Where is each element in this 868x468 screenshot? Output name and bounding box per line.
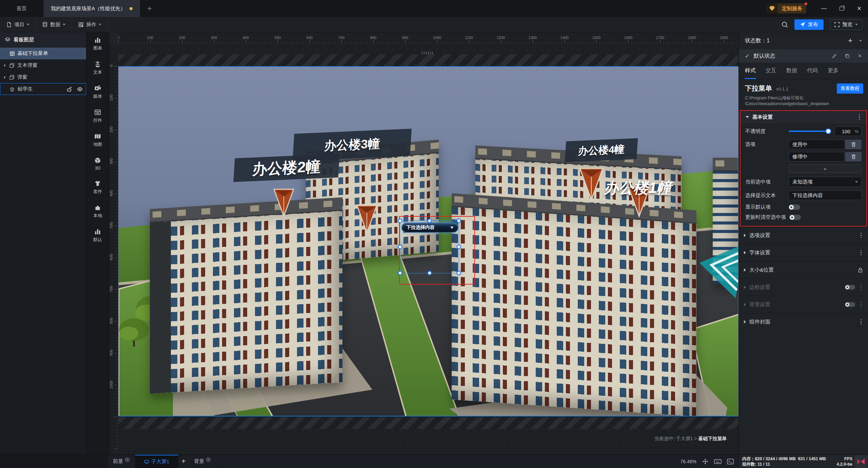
section-组件封面[interactable]: 组件封面 [739, 313, 868, 330]
view-tutorial-label: 查看教程 [841, 85, 860, 92]
layer-row-3[interactable]: 鲸孪生 [0, 83, 86, 95]
widget-selection-box[interactable]: 下拉选择内容 [400, 220, 459, 273]
section-toggle[interactable] [845, 302, 855, 307]
menu-action[interactable]: 操作 [72, 17, 108, 32]
section-边框设置[interactable]: 边框设置 [739, 278, 868, 296]
rail-item-默认[interactable]: 默认 [86, 228, 109, 243]
option-input-1[interactable]: 修理中 [789, 152, 845, 161]
add-page-button[interactable]: + [178, 455, 189, 468]
basic-settings-header[interactable]: 基本设置 [741, 111, 866, 123]
view-tutorial-button[interactable]: 查看教程 [837, 83, 863, 94]
layer-row-0[interactable]: 基础下拉菜单 [0, 47, 86, 59]
layer-row-2[interactable]: 弹窗 [0, 71, 86, 83]
inspector-tab-代码[interactable]: 代码 [807, 67, 818, 76]
show-default-toggle[interactable] [789, 204, 800, 210]
dropdown-widget[interactable]: 下拉选择内容 [401, 222, 458, 233]
resize-handle-e[interactable] [457, 245, 461, 249]
rail-item-套件[interactable]: 套件 [86, 180, 109, 195]
resize-handle-se[interactable] [457, 271, 461, 275]
drag-handle-dots-icon[interactable] [421, 52, 433, 54]
tab-home[interactable]: 首页 [0, 0, 43, 17]
section-背景设置[interactable]: 背景设置 [739, 296, 868, 313]
scene-viewport[interactable]: 办公楼3幢 办公楼2幢 办公楼4幢 办公楼1幢 下拉选择内容 [118, 66, 738, 416]
search-icon[interactable] [781, 21, 788, 28]
tab-document[interactable]: 我的建筑底座场景A（性能优先） [43, 0, 140, 17]
section-选项设置[interactable]: 选项设置 [739, 227, 868, 244]
copy-icon[interactable] [845, 53, 850, 59]
menu-data[interactable]: 数据 [36, 17, 72, 32]
slider-knob[interactable] [826, 129, 831, 134]
workspace[interactable]: 办公楼3幢 办公楼2幢 办公楼4幢 办公楼1幢 下拉选择内容 [118, 44, 738, 454]
clear-on-update-toggle[interactable] [789, 215, 801, 220]
kebab-menu-icon[interactable] [859, 318, 863, 326]
section-大小&位置[interactable]: 大小&位置 [739, 261, 868, 278]
expand-caret-icon[interactable] [4, 76, 6, 79]
opacity-label: 不透明度 [745, 128, 789, 135]
kebab-menu-icon[interactable] [859, 300, 863, 309]
inspector-tab-更多[interactable]: 更多 [828, 67, 839, 76]
menu-project[interactable]: 项目 [0, 17, 36, 32]
h-ruler-label: 1100 [465, 36, 473, 40]
kebab-menu-icon[interactable] [859, 249, 863, 257]
restore-button[interactable] [833, 0, 850, 17]
rail-item-地图[interactable]: 地图 [86, 133, 109, 148]
foreground-page-tab[interactable]: 前景 [107, 455, 135, 468]
add-option-button[interactable]: + [789, 164, 862, 173]
option-input-0[interactable]: 使用中 [789, 140, 845, 149]
inspector-tab-数据[interactable]: 数据 [786, 67, 797, 76]
resize-handle-ne[interactable] [457, 219, 461, 223]
layer-row-1[interactable]: 文本弹窗 [0, 59, 86, 71]
breadcrumb-prefix: 当前选中: 子大屏1 > [654, 436, 698, 441]
rail-item-文本[interactable]: 文文本 [86, 60, 109, 75]
edit-icon[interactable] [832, 53, 837, 59]
kebab-menu-icon[interactable] [859, 283, 863, 292]
background-page-tab[interactable]: 背景 [189, 455, 216, 468]
kebab-menu-icon[interactable] [859, 231, 863, 240]
inspector-tab-样式[interactable]: 样式 [745, 67, 756, 76]
layer-label: 弹窗 [17, 74, 27, 80]
publish-label: 发布 [808, 21, 818, 28]
add-state-button[interactable]: + [848, 36, 852, 45]
h-ruler-label: 600 [307, 36, 313, 40]
current-selection-select[interactable]: 未知选项 [789, 177, 862, 187]
resize-handle-nw[interactable] [398, 219, 402, 223]
main-screen-tab[interactable]: 子大屏1 [135, 455, 178, 468]
kebab-menu-icon[interactable] [857, 113, 862, 121]
close-button[interactable]: ✕ [850, 0, 868, 17]
eye-icon[interactable] [77, 87, 83, 92]
rail-item-图表[interactable]: 图表 [86, 36, 109, 51]
inspector-tab-交互[interactable]: 交互 [766, 67, 776, 76]
rail-item-label: 图表 [93, 45, 102, 51]
delete-option-button[interactable] [845, 140, 862, 149]
unlock-icon[interactable] [66, 86, 72, 92]
section-toggle[interactable] [845, 285, 855, 290]
lock-icon[interactable] [858, 267, 863, 273]
rail-item-3D[interactable]: 3D [86, 157, 109, 171]
delete-option-button[interactable] [845, 152, 862, 161]
chevron-down-icon[interactable] [859, 40, 862, 42]
opacity-value-box[interactable]: 100 % [834, 126, 862, 136]
custom-service-badge[interactable]: 定制服务 [766, 3, 806, 14]
resize-handle-s[interactable] [428, 271, 432, 275]
preview-button[interactable]: 预览 [830, 19, 863, 30]
close-icon[interactable]: ✕ [857, 53, 862, 59]
rail-item-控件[interactable]: 控件 [86, 109, 109, 123]
rail-item-本地[interactable]: 本地 [86, 204, 109, 219]
resize-handle-sw[interactable] [398, 271, 402, 275]
hint-text-input[interactable]: 下拉选择内容 [789, 191, 862, 200]
new-tab-button[interactable]: + [140, 0, 159, 17]
zoom-percентage[interactable]: 76.46% [680, 459, 696, 464]
section-字体设置[interactable]: 字体设置 [739, 244, 868, 261]
canvas-area[interactable]: 0100200300400500600700800900100011001200… [109, 32, 738, 454]
resize-handle-w[interactable] [398, 245, 402, 249]
minimize-button[interactable]: — [815, 0, 833, 17]
publish-button[interactable]: 发布 [794, 19, 824, 30]
rail-item-媒体[interactable]: 媒体 [86, 84, 109, 99]
fit-view-icon[interactable] [702, 458, 709, 465]
chevron-down-icon [99, 24, 101, 25]
keyboard-icon[interactable] [714, 459, 722, 465]
default-state-row[interactable]: ✓ 默认状态 ✕ [739, 49, 868, 63]
opacity-slider[interactable] [789, 131, 830, 132]
expand-caret-icon[interactable] [4, 64, 6, 67]
terminal-icon[interactable] [727, 459, 734, 465]
